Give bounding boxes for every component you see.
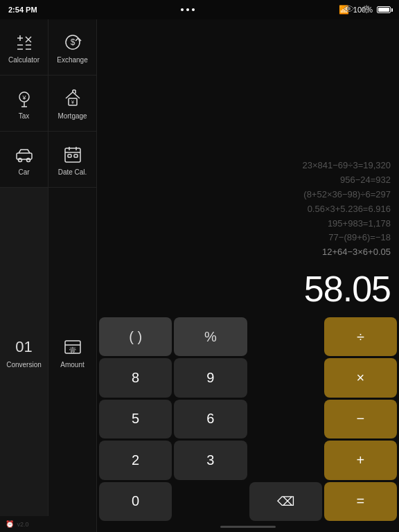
svg-text:$: $: [70, 37, 75, 47]
history-line-4: 0.56×3+5.236=6.916: [105, 202, 391, 217]
history-line-6: 77−(89+6)=−18: [105, 231, 391, 245]
svg-text:¥: ¥: [71, 100, 74, 105]
status-time: 2:54 PM: [8, 6, 37, 14]
history-line-7: 12+64−3×6+0.05: [105, 245, 391, 260]
svg-text:壹: 壹: [69, 346, 76, 354]
battery-icon: [377, 6, 391, 13]
sidebar-item-tax[interactable]: ¥ Tax: [0, 76, 48, 131]
history-area: 23×841−69÷3=19,320 956−24=932 (8+52×36−9…: [97, 19, 399, 265]
history-line-2: 956−24=932: [105, 173, 391, 188]
tax-icon: ¥: [13, 87, 35, 109]
content-area: 23×841−69÷3=19,320 956−24=932 (8+52×36−9…: [97, 19, 399, 532]
main-layout: Calculator $ Exchange: [0, 19, 399, 532]
tax-label: Tax: [19, 112, 30, 120]
equals-button[interactable]: =: [324, 482, 397, 521]
history-line-5: 195+983=1,178: [105, 217, 391, 231]
mortgage-icon: ¥: [62, 87, 84, 109]
sidebar-item-exchange[interactable]: $ Exchange: [48, 19, 96, 75]
sidebar-row-4: 01 Conversion 壹 Amount: [0, 188, 96, 516]
history-line-1: 23×841−69÷3=19,320: [105, 159, 391, 173]
home-bar: [220, 526, 276, 528]
subtract-button[interactable]: −: [324, 400, 397, 438]
calculator-icon: [13, 31, 35, 53]
gear-icon[interactable]: ⚙: [362, 3, 371, 16]
conversion-label: Conversion: [6, 361, 42, 369]
car-label: Car: [18, 168, 29, 176]
sidebar-item-car[interactable]: Car: [0, 132, 48, 187]
status-bar: 2:54 PM 📶 100%: [0, 0, 399, 19]
eye-icon[interactable]: 👁: [344, 3, 355, 16]
conversion-icon: 01: [13, 336, 35, 358]
car-icon: [13, 143, 35, 166]
eight-button[interactable]: 8: [99, 358, 172, 397]
delete-button[interactable]: ⌫: [249, 482, 322, 521]
status-dots: [181, 8, 195, 11]
history-line-3: (8+52×36−98)÷6=297: [105, 188, 391, 202]
multiply-button[interactable]: ×: [324, 358, 397, 397]
three-button[interactable]: 3: [174, 441, 247, 479]
calculator-label: Calculator: [8, 56, 39, 64]
sidebar-item-datecal[interactable]: Date Cal.: [48, 132, 96, 187]
amount-icon: 壹: [62, 336, 84, 358]
sidebar-item-conversion[interactable]: 01 Conversion: [0, 188, 48, 516]
svg-point-20: [18, 158, 21, 161]
two-button[interactable]: 2: [99, 441, 172, 479]
current-value: 58.05: [97, 265, 399, 315]
amount-label: Amount: [60, 361, 84, 369]
calculator-pad: ( ) % ÷ 8 9 × 5 6 − 2 3 + 0 ⌫ =: [97, 315, 399, 523]
sidebar-item-calculator[interactable]: Calculator: [0, 19, 48, 75]
sidebar-row-3: Car Date Cal.: [0, 132, 96, 188]
sidebar-item-mortgage[interactable]: ¥ Mortgage: [48, 76, 96, 131]
svg-point-21: [26, 158, 30, 161]
nine-button[interactable]: 9: [174, 358, 247, 397]
version-label: ⏰ v2.0: [0, 516, 96, 532]
divide-button[interactable]: ÷: [324, 317, 397, 356]
sidebar-item-amount[interactable]: 壹 Amount: [48, 188, 96, 516]
parentheses-button[interactable]: ( ): [99, 317, 172, 356]
five-button[interactable]: 5: [99, 400, 172, 438]
datecal-label: Date Cal.: [58, 168, 87, 176]
sidebar: Calculator $ Exchange: [0, 19, 97, 532]
datecal-icon: [62, 143, 84, 166]
home-indicator: [97, 523, 399, 532]
svg-rect-26: [68, 154, 71, 157]
zero-button[interactable]: 0: [99, 482, 172, 521]
mortgage-label: Mortgage: [57, 112, 87, 120]
exchange-icon: $: [62, 31, 84, 53]
six-button[interactable]: 6: [174, 400, 247, 438]
exchange-label: Exchange: [57, 56, 87, 64]
sidebar-row-1: Calculator $ Exchange: [0, 19, 96, 76]
top-action-icons: 👁 ⚙: [344, 3, 371, 16]
percent-button[interactable]: %: [174, 317, 247, 356]
svg-text:¥: ¥: [21, 94, 26, 101]
add-button[interactable]: +: [324, 441, 397, 479]
svg-rect-27: [74, 154, 78, 157]
sidebar-row-2: ¥ Tax ¥ Mortgage: [0, 76, 96, 132]
